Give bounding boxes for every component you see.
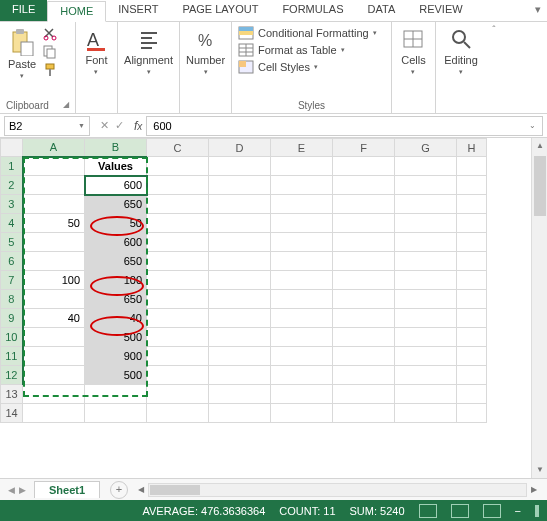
row-header[interactable]: 5 bbox=[1, 233, 23, 252]
row-header[interactable]: 3 bbox=[1, 195, 23, 214]
row-header[interactable]: 1 bbox=[1, 157, 23, 176]
status-sum: SUM: 5240 bbox=[350, 505, 405, 517]
cell-b3[interactable]: 650 bbox=[85, 195, 147, 214]
horizontal-scrollbar[interactable]: ◀ ▶ bbox=[134, 483, 541, 497]
scrollbar-thumb[interactable] bbox=[534, 156, 546, 216]
row-header[interactable]: 11 bbox=[1, 347, 23, 366]
scroll-down-icon[interactable]: ▼ bbox=[532, 462, 547, 478]
svg-rect-18 bbox=[239, 31, 253, 35]
enter-formula-icon[interactable]: ✓ bbox=[115, 119, 124, 132]
row-header[interactable]: 14 bbox=[1, 404, 23, 423]
select-all-corner[interactable] bbox=[1, 139, 23, 157]
col-header-g[interactable]: G bbox=[395, 139, 457, 157]
row-header[interactable]: 2 bbox=[1, 176, 23, 195]
row-header[interactable]: 10 bbox=[1, 328, 23, 347]
tab-formulas[interactable]: FORMULAS bbox=[270, 0, 355, 21]
sheet-nav-next-icon[interactable]: ▶ bbox=[19, 485, 26, 495]
clipboard-paste-icon bbox=[10, 28, 34, 56]
col-header-d[interactable]: D bbox=[209, 139, 271, 157]
font-button[interactable]: A Font ▾ bbox=[83, 26, 109, 78]
sheet-nav-prev-icon[interactable]: ◀ bbox=[8, 485, 15, 495]
format-as-table-button[interactable]: Format as Table▾ bbox=[238, 43, 377, 57]
alignment-label: Alignment bbox=[124, 54, 173, 66]
number-button[interactable]: % Number ▾ bbox=[184, 26, 227, 78]
cell-b5[interactable]: 600 bbox=[85, 233, 147, 252]
scroll-right-icon[interactable]: ▶ bbox=[527, 485, 541, 494]
col-header-h[interactable]: H bbox=[457, 139, 487, 157]
cell-b1[interactable]: Values bbox=[85, 157, 147, 176]
name-box[interactable]: B2 ▼ bbox=[4, 116, 90, 136]
group-alignment: Alignment ▾ bbox=[118, 22, 180, 113]
sheet-tab-sheet1[interactable]: Sheet1 bbox=[34, 481, 100, 498]
svg-rect-6 bbox=[47, 49, 55, 58]
status-bar: AVERAGE: 476.3636364 COUNT: 11 SUM: 5240… bbox=[0, 500, 547, 521]
col-header-f[interactable]: F bbox=[333, 139, 395, 157]
svg-point-28 bbox=[453, 31, 465, 43]
cell-b12[interactable]: 500 bbox=[85, 366, 147, 385]
conditional-formatting-button[interactable]: Conditional Formatting▾ bbox=[238, 26, 377, 40]
svg-rect-17 bbox=[239, 27, 253, 31]
vertical-scrollbar[interactable]: ▲ ▼ bbox=[531, 138, 547, 478]
scrollbar-thumb[interactable] bbox=[150, 485, 200, 495]
svg-rect-10 bbox=[87, 48, 105, 51]
zoom-slider[interactable] bbox=[535, 505, 539, 517]
cell-a7[interactable]: 100 bbox=[23, 271, 85, 290]
cells-icon bbox=[402, 28, 424, 52]
col-header-c[interactable]: C bbox=[147, 139, 209, 157]
paste-button[interactable]: Paste ▾ bbox=[6, 26, 38, 82]
cells-table[interactable]: A B C D E F G H 1Values 2600 3650 45050 … bbox=[0, 138, 487, 423]
expand-formula-bar-icon[interactable]: ⌄ bbox=[529, 121, 536, 130]
cells-button[interactable]: Cells ▾ bbox=[399, 26, 427, 78]
row-header[interactable]: 13 bbox=[1, 385, 23, 404]
scroll-left-icon[interactable]: ◀ bbox=[134, 485, 148, 494]
copy-button[interactable] bbox=[42, 44, 58, 60]
col-header-a[interactable]: A bbox=[23, 139, 85, 157]
row-header[interactable]: 4 bbox=[1, 214, 23, 233]
cell-b11[interactable]: 900 bbox=[85, 347, 147, 366]
cancel-formula-icon[interactable]: ✕ bbox=[100, 119, 109, 132]
zoom-out-button[interactable]: − bbox=[515, 505, 521, 517]
tab-home[interactable]: HOME bbox=[47, 1, 106, 22]
cell-b7[interactable]: 100 bbox=[85, 271, 147, 290]
cell-b10[interactable]: 500 bbox=[85, 328, 147, 347]
view-page-layout-button[interactable] bbox=[451, 504, 469, 518]
svg-line-29 bbox=[464, 42, 470, 48]
add-sheet-button[interactable]: + bbox=[110, 481, 128, 499]
as-table-label: Format as Table bbox=[258, 44, 337, 56]
row-header[interactable]: 6 bbox=[1, 252, 23, 271]
cell-a9[interactable]: 40 bbox=[23, 309, 85, 328]
alignment-button[interactable]: Alignment ▾ bbox=[122, 26, 175, 78]
col-header-e[interactable]: E bbox=[271, 139, 333, 157]
cells-label: Cells bbox=[401, 54, 425, 66]
clipboard-dialog-launcher[interactable]: ◢ bbox=[63, 100, 69, 109]
find-icon bbox=[450, 28, 472, 52]
row-header[interactable]: 8 bbox=[1, 290, 23, 309]
cell-b9[interactable]: 40 bbox=[85, 309, 147, 328]
tab-insert[interactable]: INSERT bbox=[106, 0, 170, 21]
formula-value: 600 bbox=[153, 120, 171, 132]
fx-icon[interactable]: fx bbox=[130, 119, 146, 133]
cell-b8[interactable]: 650 bbox=[85, 290, 147, 309]
row-header[interactable]: 12 bbox=[1, 366, 23, 385]
ribbon-collapse-icon[interactable]: ▾ bbox=[529, 0, 547, 21]
cell-b2[interactable]: 600 bbox=[85, 176, 147, 195]
ribbon-collapse-button[interactable]: ˆ bbox=[486, 22, 502, 113]
tab-file[interactable]: FILE bbox=[0, 0, 47, 21]
tab-page-layout[interactable]: PAGE LAYOUT bbox=[170, 0, 270, 21]
cell-styles-button[interactable]: Cell Styles▾ bbox=[238, 60, 377, 74]
row-header[interactable]: 7 bbox=[1, 271, 23, 290]
scroll-up-icon[interactable]: ▲ bbox=[532, 138, 547, 154]
editing-button[interactable]: Editing ▾ bbox=[442, 26, 480, 78]
cell-a4[interactable]: 50 bbox=[23, 214, 85, 233]
view-page-break-button[interactable] bbox=[483, 504, 501, 518]
col-header-b[interactable]: B bbox=[85, 139, 147, 157]
tab-review[interactable]: REVIEW bbox=[407, 0, 474, 21]
tab-data[interactable]: DATA bbox=[356, 0, 408, 21]
formula-input[interactable]: 600 ⌄ bbox=[146, 116, 543, 136]
format-painter-button[interactable] bbox=[42, 62, 58, 78]
cell-b6[interactable]: 650 bbox=[85, 252, 147, 271]
view-normal-button[interactable] bbox=[419, 504, 437, 518]
cell-b4[interactable]: 50 bbox=[85, 214, 147, 233]
cut-button[interactable] bbox=[42, 26, 58, 42]
row-header[interactable]: 9 bbox=[1, 309, 23, 328]
